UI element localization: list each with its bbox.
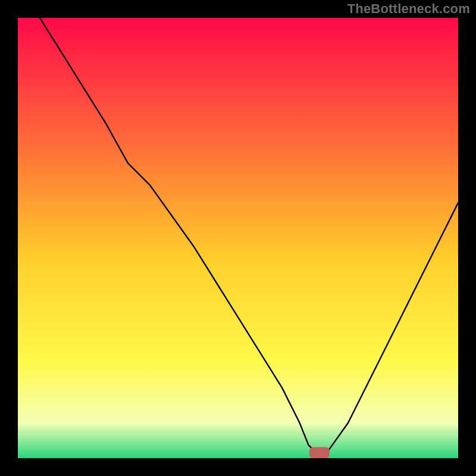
optimum-marker [309, 447, 330, 459]
gradient-background [18, 18, 458, 458]
chart-svg [18, 18, 458, 458]
chart-frame: TheBottleneck.com [0, 0, 476, 476]
watermark-text: TheBottleneck.com [347, 1, 470, 17]
plot-area [18, 18, 458, 458]
